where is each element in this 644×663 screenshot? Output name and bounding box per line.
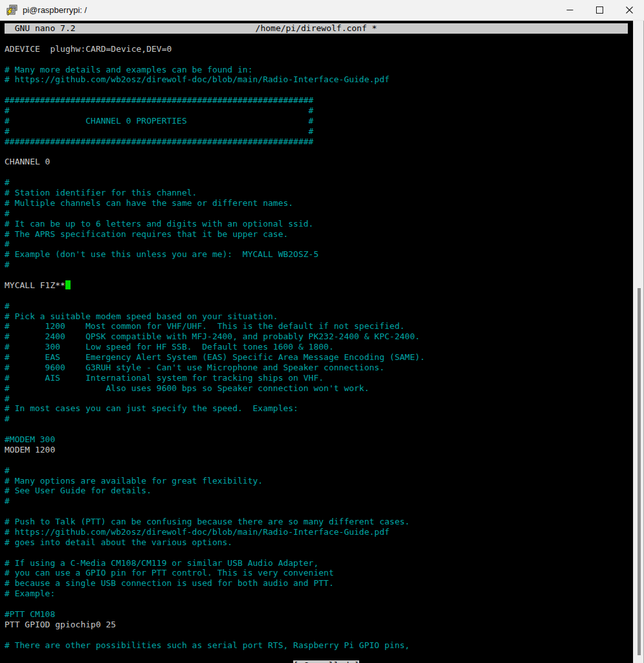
terminal-line [5,424,425,434]
terminal-line: # 9600 G3RUH style - Can't use Microphon… [5,363,425,373]
nano-status-message: [ Cancelled ] [293,660,359,663]
terminal-line: # [5,208,425,219]
terminal-line: # There are other possibilities such as … [5,640,425,651]
nano-titlebar: /home/pi/direwolf.conf * GNU nano 7.2 [5,23,628,34]
terminal-line: # you can use a GPIO pin for PTT control… [5,568,425,578]
terminal-line: # If using a C-Media CM108/CM119 or simi… [5,558,425,568]
terminal-line [5,147,425,157]
terminal-line: # [5,301,425,311]
terminal-line: # Multiple channels can have the same or… [5,198,425,208]
terminal-line: # In most cases you can just specify the… [5,403,425,414]
terminal-line: # [5,177,425,188]
terminal-line [5,270,425,280]
maximize-button[interactable] [584,0,614,20]
minimize-icon [566,6,573,14]
terminal-line [5,85,425,95]
terminal-line [5,455,425,466]
close-icon [626,6,633,14]
terminal-line: # See User Guide for details. [5,486,425,496]
terminal-line: # Many more details and examples can be … [5,65,425,75]
nano-status-row: [ Cancelled ] [5,651,628,661]
terminal-line: # 2400 QPSK compatible with MFJ-2400, an… [5,332,425,342]
terminal-line: # Example (don't use this unless you are… [5,249,425,260]
terminal-line [5,54,425,65]
nano-file-path: /home/pi/direwolf.conf * [5,23,628,34]
terminal-line: # AIS International system for tracking … [5,373,425,383]
scrollbar-thumb[interactable] [638,288,641,655]
terminal-line: # Station identifier for this channel. [5,188,425,198]
terminal-line: ########################################… [5,137,425,147]
terminal-line: # # [5,126,425,137]
terminal-line: # CHANNEL 0 PROPERTIES # [5,116,425,126]
terminal-line: # The APRS specification requires that i… [5,229,425,240]
terminal-line: PTT GPIOD gpiochip0 25 [5,620,425,630]
terminal-line: # It can be up to 6 letters and digits w… [5,219,425,229]
terminal-line: # 1200 Most common for VHF/UHF. This is … [5,321,425,332]
terminal-line: ########################################… [5,95,425,106]
terminal-line: #PTT CM108 [5,609,425,620]
terminal-line: # Push to Talk (PTT) can be confusing be… [5,517,425,527]
nano-app-version: GNU nano 7.2 [5,23,76,34]
terminal-line: # Also uses 9600 bps so Speaker connecti… [5,383,425,394]
terminal-line: # EAS Emergency Alert System (EAS) Speci… [5,352,425,363]
window-title: pi@raspberrypi: / [23,5,87,15]
terminal-line [5,548,425,558]
maximize-icon [596,6,603,14]
terminal-line: # because a single USB connection is use… [5,578,425,589]
terminal-line [5,599,425,609]
terminal-line: # Many options are available for great f… [5,476,425,486]
terminal-line [5,291,425,301]
terminal-line: # [5,394,425,404]
terminal-line: # # [5,106,425,116]
close-button[interactable] [614,0,644,20]
terminal-line: CHANNEL 0 [5,157,425,167]
terminal-screen[interactable]: /home/pi/direwolf.conf * GNU nano 7.2 AD… [0,21,633,663]
terminal-line: # Example: [5,589,425,599]
terminal-line: # Pick a suitable modem speed based on y… [5,311,425,322]
minimize-button[interactable] [555,0,584,20]
terminal-line: # [5,239,425,249]
terminal-line [5,167,425,177]
terminal-line: # [5,466,425,476]
terminal-line: # [5,496,425,506]
terminal-line: #MODEM 300 [5,434,425,445]
terminal-content: ADEVICE plughw:CARD=Device,DEV=0# Many m… [5,44,425,651]
scrollbar[interactable] [633,21,644,663]
terminal-line [5,506,425,517]
putty-icon [6,5,17,16]
terminal-line: MODEM 1200 [5,445,425,455]
terminal-line: ADEVICE plughw:CARD=Device,DEV=0 [5,44,425,54]
terminal-line: # https://github.com/wb2osz/direwolf-doc… [5,527,425,537]
terminal-line: # [5,260,425,270]
terminal-line [5,630,425,640]
terminal-line: MYCALL F1Z** [5,280,425,291]
terminal-cursor [65,280,71,289]
window-titlebar: pi@raspberrypi: / [0,0,644,21]
window-controls [555,0,644,20]
terminal-line: # https://github.com/wb2osz/direwolf-doc… [5,74,425,85]
terminal-line: # [5,414,425,424]
terminal-line: # goes into detail about the various opt… [5,537,425,548]
terminal-line: # 300 Low speed for HF SSB. Default tone… [5,342,425,352]
